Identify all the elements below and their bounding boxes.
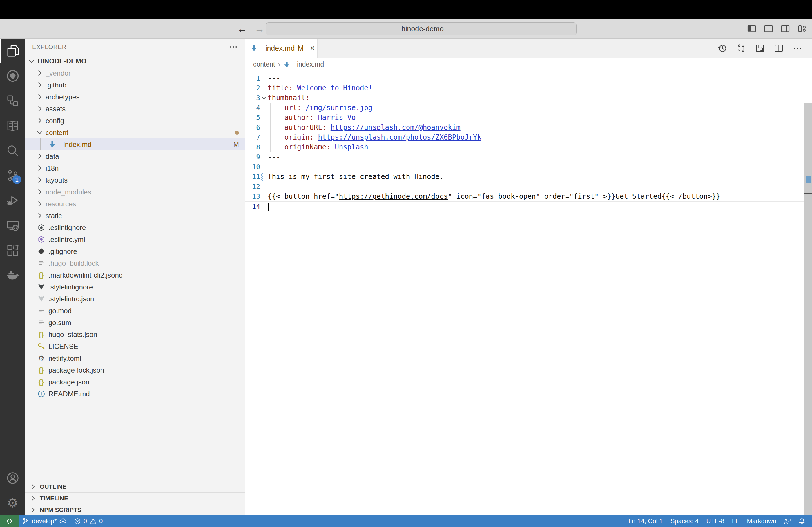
tree-item[interactable]: data <box>25 150 245 162</box>
status-indentation[interactable]: Spaces: 4 <box>667 515 703 527</box>
code-line[interactable]: 10 <box>245 162 812 172</box>
tab-_index.md[interactable]: _index.md M × <box>245 39 318 58</box>
status-eol[interactable]: LF <box>728 515 743 527</box>
code-line[interactable]: 1 --- <box>245 73 812 83</box>
tab-label: _index.md <box>261 44 295 52</box>
remote-indicator-button[interactable] <box>0 515 18 527</box>
views-and-more-actions-button[interactable] <box>229 43 238 51</box>
code-line[interactable]: 12 <box>245 182 812 192</box>
activity-remote-explorer-button[interactable] <box>0 213 25 238</box>
split-editor-button[interactable] <box>774 44 783 53</box>
code-line[interactable]: 5 author: Harris Vo <box>245 113 812 123</box>
markdown-icon <box>283 61 290 68</box>
code-line[interactable]: 9 --- <box>245 152 812 162</box>
breadcrumb[interactable]: content›_index.md <box>245 58 812 71</box>
tree-item[interactable]: {}hugo_stats.json <box>25 329 245 341</box>
open-changes-button[interactable] <box>737 44 745 53</box>
customize-layout-button[interactable] <box>798 24 807 33</box>
panel-outline[interactable]: OUTLINE <box>25 481 245 492</box>
status-cursor-position[interactable]: Ln 14, Col 1 <box>625 515 667 527</box>
code-line[interactable]: 8 originName: Unsplash <box>245 142 812 152</box>
code-line[interactable]: 13 {{< button href="https://gethinode.co… <box>245 192 812 201</box>
code-line[interactable]: 2 title: Welcome to Hinode! <box>245 83 812 93</box>
tree-item[interactable]: .github <box>25 79 245 91</box>
editor-scrollbar[interactable] <box>804 103 812 515</box>
status-feedback[interactable] <box>780 515 795 527</box>
tree-item[interactable]: .stylelintrc.json <box>25 293 245 305</box>
activity-docker-button[interactable] <box>0 263 25 288</box>
chevron-right-icon <box>36 93 44 101</box>
breadcrumb-item[interactable]: _index.md <box>293 61 324 69</box>
sidebar-title: EXPLORER <box>32 43 67 50</box>
toggle-panel-button[interactable] <box>764 24 773 33</box>
tree-item[interactable]: _vendor <box>25 67 245 79</box>
command-center-search[interactable]: hinode-demo <box>266 22 577 35</box>
status-bar: develop*00 Ln 14, Col 1Spaces: 4UTF-8LFM… <box>0 515 812 527</box>
line-number: 12 <box>245 183 260 190</box>
git-modified-dot-badge <box>235 131 239 135</box>
tree-item[interactable]: {}package-lock.json <box>25 364 245 376</box>
open-preview-button[interactable] <box>755 44 765 53</box>
line-number: 2 <box>245 84 260 92</box>
code-line[interactable]: 11 This is my first site created with Hi… <box>245 172 812 182</box>
activity-docs-view-button[interactable] <box>0 113 25 138</box>
tree-item[interactable]: {}package.json <box>25 376 245 388</box>
tree-item[interactable]: go.sum <box>25 317 245 329</box>
timeline-history-button[interactable] <box>718 44 727 53</box>
tree-item[interactable]: ⚙netlify.toml <box>25 352 245 364</box>
code-line[interactable]: 14 <box>245 201 812 211</box>
tree-item[interactable]: static <box>25 210 245 222</box>
code-line[interactable]: 6 authorURL: https://unsplash.com/@hoanv… <box>245 123 812 132</box>
tree-item[interactable]: resources <box>25 198 245 210</box>
code-line[interactable]: 4 url: /img/sunrise.jpg <box>245 103 812 113</box>
activity-search-button[interactable] <box>0 138 25 163</box>
tree-item[interactable]: assets <box>25 103 245 115</box>
status-encoding[interactable]: UTF-8 <box>703 515 728 527</box>
tree-item[interactable]: LICENSE <box>25 341 245 352</box>
activity-references-button[interactable] <box>0 88 25 113</box>
activity-accounts-button[interactable] <box>0 466 25 491</box>
activity-run-debug-button[interactable] <box>0 188 25 213</box>
tree-item[interactable]: config <box>25 115 245 126</box>
markdown-icon <box>48 140 57 148</box>
tree-item[interactable]: i18n <box>25 162 245 174</box>
status-problems[interactable]: 00 <box>70 515 107 527</box>
tree-item[interactable]: content <box>25 126 245 138</box>
tree-item[interactable]: .eslintignore <box>25 222 245 234</box>
tree-item[interactable]: .stylelintignore <box>25 281 245 293</box>
code-line[interactable]: 3 thumbnail: <box>245 93 812 103</box>
breadcrumb-item[interactable]: content <box>253 61 275 69</box>
tree-item[interactable]: node_modules <box>25 186 245 198</box>
status-language-mode[interactable]: Markdown <box>743 515 780 527</box>
nav-forward-button[interactable]: → <box>255 24 264 34</box>
fold-chevron-icon[interactable] <box>260 94 267 101</box>
nav-back-button[interactable]: ← <box>237 24 247 34</box>
activity-source-control-button[interactable]: 1 <box>0 163 25 188</box>
tree-item[interactable]: .eslintrc.yml <box>25 234 245 245</box>
activity-explorer-button[interactable] <box>0 39 25 63</box>
tree-item[interactable]: _index.mdM <box>25 138 245 150</box>
activity-extensions-button[interactable] <box>0 238 25 263</box>
tree-item[interactable]: README.md <box>25 388 245 400</box>
status-notifications[interactable] <box>795 515 809 527</box>
tree-item[interactable]: layouts <box>25 174 245 186</box>
tree-item[interactable]: .hugo_build.lock <box>25 257 245 269</box>
tree-item[interactable]: go.mod <box>25 305 245 317</box>
activity-github-button[interactable] <box>0 63 25 88</box>
toggle-secondary-sidebar-button[interactable] <box>781 24 790 33</box>
code-line[interactable]: 7 origin: https://unsplash.com/photos/ZX… <box>245 132 812 142</box>
text-cursor <box>268 202 269 211</box>
toggle-primary-sidebar-button[interactable] <box>747 24 756 33</box>
tree-item[interactable]: archetypes <box>25 91 245 103</box>
more-actions-button[interactable] <box>793 44 802 53</box>
panel-npm-scripts[interactable]: NPM SCRIPTS <box>25 504 245 515</box>
activity-settings-button[interactable]: ⚙ <box>0 491 25 515</box>
markdown-icon <box>250 44 258 52</box>
tree-root-folder[interactable]: HINODE-DEMO <box>25 55 245 67</box>
panel-timeline[interactable]: TIMELINE <box>25 492 245 504</box>
tree-item[interactable]: .gitignore <box>25 245 245 257</box>
status-branch-status[interactable]: develop* <box>18 515 70 527</box>
code-editor[interactable]: 1 --- 2 title: Welcome to Hinode! 3 thum… <box>245 71 812 515</box>
tree-item[interactable]: {}.markdownlint-cli2.jsonc <box>25 269 245 281</box>
tab-close-button[interactable]: × <box>310 44 315 52</box>
